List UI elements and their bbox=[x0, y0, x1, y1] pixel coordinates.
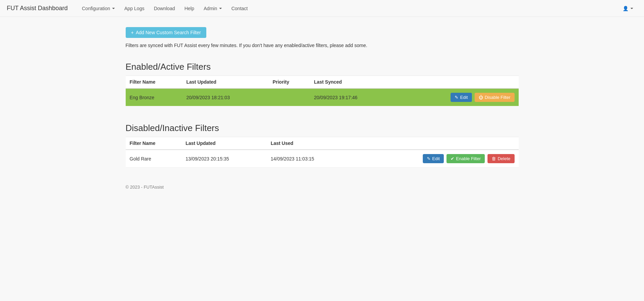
nav-link-admin[interactable]: Admin bbox=[200, 3, 226, 14]
disable-filter-button[interactable]: ⏻ Disable Filter bbox=[475, 93, 515, 102]
nav-link-applogs[interactable]: App Logs bbox=[120, 3, 148, 14]
trash-icon: 🗑 bbox=[492, 156, 496, 161]
pencil-icon: ✎ bbox=[455, 95, 458, 100]
add-filter-button[interactable]: + Add New Custom Search Filter bbox=[126, 27, 206, 38]
cell-filter-name: Gold Rare bbox=[126, 150, 182, 168]
nav-item-contact[interactable]: Contact bbox=[227, 3, 252, 14]
power-icon: ⏻ bbox=[479, 95, 483, 100]
col-filter-name-active: Filter Name bbox=[126, 76, 182, 88]
active-filters-table: Filter Name Last Updated Priority Last S… bbox=[126, 76, 519, 106]
plus-icon: + bbox=[131, 30, 134, 35]
info-text: Filters are synced with FUT Assist every… bbox=[126, 43, 519, 48]
chevron-down-icon bbox=[112, 8, 115, 9]
active-filters-title: Enabled/Active Filters bbox=[126, 62, 519, 76]
table-row: Eng Bronze 20/09/2023 18:21:03 20/09/202… bbox=[126, 88, 519, 106]
nav-item-configuration[interactable]: Configuration bbox=[78, 3, 119, 14]
cell-actions: ✎ Edit ⏻ Disable Filter bbox=[396, 88, 518, 106]
check-icon: ✔ bbox=[451, 156, 454, 161]
nav-menu: Configuration App Logs Download Help Adm… bbox=[78, 3, 252, 14]
nav-link-help[interactable]: Help bbox=[180, 3, 198, 14]
cell-filter-name: Eng Bronze bbox=[126, 88, 182, 106]
enable-filter-button[interactable]: ✔ Enable Filter bbox=[446, 154, 485, 163]
cell-last-updated: 13/09/2023 20:15:35 bbox=[182, 150, 267, 168]
inactive-filters-table: Filter Name Last Updated Last Used Gold … bbox=[126, 137, 519, 168]
brand-link[interactable]: FUT Assist Dashboard bbox=[7, 5, 68, 12]
col-last-updated-inactive: Last Updated bbox=[182, 137, 267, 150]
nav-item-applogs[interactable]: App Logs bbox=[120, 3, 148, 14]
nav-link-configuration[interactable]: Configuration bbox=[78, 3, 119, 14]
edit-button-inactive[interactable]: ✎ Edit bbox=[423, 154, 444, 163]
table-row: Gold Rare 13/09/2023 20:15:35 14/09/2023… bbox=[126, 150, 519, 168]
nav-link-download[interactable]: Download bbox=[150, 3, 179, 14]
delete-filter-button[interactable]: 🗑 Delete bbox=[487, 154, 515, 163]
nav-item-admin[interactable]: Admin bbox=[200, 3, 226, 14]
cell-last-used: 14/09/2023 11:03:15 bbox=[267, 150, 352, 168]
main-content: + Add New Custom Search Filter Filters a… bbox=[119, 17, 525, 200]
pencil-icon: ✎ bbox=[427, 156, 431, 161]
active-filters-tbody: Eng Bronze 20/09/2023 18:21:03 20/09/202… bbox=[126, 88, 519, 106]
chevron-down-icon bbox=[219, 8, 222, 9]
chevron-down-icon bbox=[630, 8, 633, 9]
navbar: FUT Assist Dashboard Configuration App L… bbox=[0, 0, 644, 17]
cell-last-synced: 20/09/2023 19:17:46 bbox=[310, 88, 396, 106]
inactive-filters-header-row: Filter Name Last Updated Last Used bbox=[126, 137, 519, 150]
nav-link-contact[interactable]: Contact bbox=[227, 3, 252, 14]
footer-text: © 2023 - FUTAssist bbox=[126, 185, 519, 190]
user-menu[interactable]: 👤 bbox=[619, 3, 637, 14]
active-filters-thead: Filter Name Last Updated Priority Last S… bbox=[126, 76, 519, 88]
edit-button-active[interactable]: ✎ Edit bbox=[451, 93, 472, 102]
nav-item-download[interactable]: Download bbox=[150, 3, 179, 14]
inactive-filters-thead: Filter Name Last Updated Last Used bbox=[126, 137, 519, 150]
user-icon: 👤 bbox=[623, 6, 628, 11]
col-last-used-inactive: Last Used bbox=[267, 137, 352, 150]
inactive-filters-tbody: Gold Rare 13/09/2023 20:15:35 14/09/2023… bbox=[126, 150, 519, 168]
active-filters-header-row: Filter Name Last Updated Priority Last S… bbox=[126, 76, 519, 88]
inactive-filters-title: Disabled/Inactive Filters bbox=[126, 123, 519, 137]
col-actions-active bbox=[396, 76, 518, 88]
navbar-right: 👤 bbox=[619, 3, 637, 14]
col-last-synced-active: Last Synced bbox=[310, 76, 396, 88]
cell-last-updated: 20/09/2023 18:21:03 bbox=[182, 88, 269, 106]
col-priority-active: Priority bbox=[269, 76, 310, 88]
col-last-updated-active: Last Updated bbox=[182, 76, 269, 88]
nav-item-help[interactable]: Help bbox=[180, 3, 198, 14]
cell-priority bbox=[269, 88, 310, 106]
col-actions-inactive bbox=[352, 137, 518, 150]
cell-actions: ✎ Edit ✔ Enable Filter 🗑 Delete bbox=[352, 150, 518, 168]
col-filter-name-inactive: Filter Name bbox=[126, 137, 182, 150]
